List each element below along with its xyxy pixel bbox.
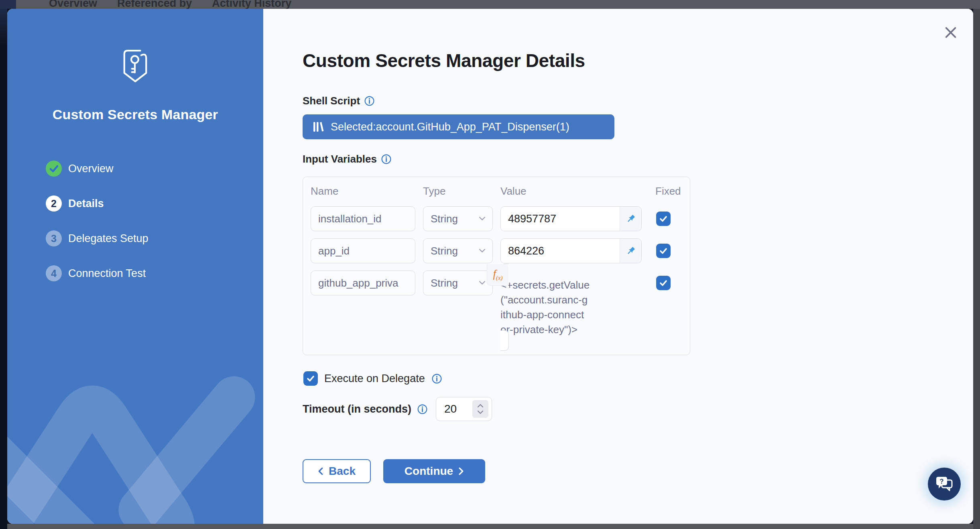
check-icon bbox=[46, 161, 62, 177]
selected-shell-script-button[interactable]: Selected:account.GitHub_App_PAT_Dispense… bbox=[303, 114, 614, 139]
variable-type-select[interactable]: String bbox=[423, 238, 493, 263]
step-label: Connection Test bbox=[68, 267, 146, 280]
variable-value-expression[interactable]: f(x) <+secrets.getValue ("account.suranc… bbox=[500, 264, 642, 351]
execute-on-delegate-checkbox[interactable] bbox=[303, 371, 318, 386]
variable-value-input[interactable] bbox=[501, 207, 620, 231]
expression-fx-icon[interactable]: f(x) bbox=[487, 264, 508, 286]
step-label: Details bbox=[68, 197, 104, 210]
column-header-value: Value bbox=[500, 185, 642, 197]
screen: Overview Referenced by Activity History bbox=[0, 0, 980, 529]
modal-content: Custom Secrets Manager Details Shell Scr… bbox=[263, 9, 973, 524]
table-row: String f(x) <+secrets.getValue bbox=[311, 271, 690, 344]
page-header-corner bbox=[0, 0, 16, 9]
step-number: 2 bbox=[46, 195, 62, 212]
custom-secrets-manager-modal: Custom Secrets Manager Overview 2 Detail… bbox=[7, 9, 973, 524]
table-row: String bbox=[311, 238, 690, 263]
info-icon[interactable] bbox=[431, 373, 442, 384]
back-button-label: Back bbox=[329, 465, 356, 478]
chevron-left-icon bbox=[318, 467, 323, 475]
background-tab-bar: Overview Referenced by Activity History bbox=[16, 0, 980, 9]
chevron-down-icon bbox=[479, 217, 485, 221]
tab-referenced-by[interactable]: Referenced by bbox=[117, 0, 192, 9]
help-chat-button[interactable]: ? bbox=[928, 468, 961, 501]
column-header-type: Type bbox=[423, 185, 493, 197]
step-number: 3 bbox=[46, 230, 62, 246]
wizard-steps: Overview 2 Details 3 Delegates Setup 4 C… bbox=[46, 161, 148, 300]
expression-line: ithub-app-connect bbox=[500, 307, 642, 322]
selected-type: String bbox=[431, 213, 458, 225]
table-row: String bbox=[311, 206, 690, 231]
step-label: Delegates Setup bbox=[68, 232, 148, 245]
input-variables-label: Input Variables bbox=[303, 153, 377, 165]
tab-overview[interactable]: Overview bbox=[49, 0, 97, 9]
dimmed-backdrop-right bbox=[973, 9, 980, 529]
chevron-down-icon bbox=[479, 281, 485, 285]
template-library-icon bbox=[312, 121, 324, 133]
step-delegates-setup[interactable]: 3 Delegates Setup bbox=[46, 230, 148, 246]
column-header-fixed: Fixed bbox=[655, 185, 678, 197]
expression-line: <+secrets.getValue bbox=[500, 278, 642, 293]
step-overview[interactable]: Overview bbox=[46, 161, 148, 177]
fixed-checkbox[interactable] bbox=[656, 276, 671, 290]
fixed-checkbox[interactable] bbox=[656, 244, 671, 258]
expression-line: ("account.suranc-g bbox=[500, 293, 642, 307]
step-details[interactable]: 2 Details bbox=[46, 195, 148, 212]
shield-key-icon bbox=[7, 49, 263, 83]
close-icon[interactable] bbox=[943, 26, 958, 40]
step-number: 4 bbox=[46, 265, 62, 281]
timeout-label: Timeout (in seconds) bbox=[303, 403, 411, 415]
wizard-title: Custom Secrets Manager bbox=[7, 107, 263, 122]
continue-button-label: Continue bbox=[405, 465, 453, 478]
stepper-up-icon[interactable] bbox=[476, 403, 485, 408]
number-stepper bbox=[472, 400, 488, 418]
selected-type: String bbox=[431, 277, 458, 289]
selected-shell-script-value: Selected:account.GitHub_App_PAT_Dispense… bbox=[331, 121, 569, 133]
variable-name-input[interactable] bbox=[311, 271, 415, 295]
execute-on-delegate-label: Execute on Delegate bbox=[324, 372, 425, 385]
step-connection-test[interactable]: 4 Connection Test bbox=[46, 265, 148, 281]
chat-question-icon: ? bbox=[935, 476, 954, 492]
timeout-input-wrap bbox=[436, 397, 492, 421]
wizard-sidebar: Custom Secrets Manager Overview 2 Detail… bbox=[7, 9, 263, 524]
info-icon[interactable] bbox=[417, 404, 428, 415]
variable-type-select[interactable]: String bbox=[423, 271, 493, 295]
step-label: Overview bbox=[68, 163, 114, 175]
shell-script-label: Shell Script bbox=[303, 95, 360, 107]
expression-line: or-private-key")> bbox=[500, 322, 642, 337]
chevron-down-icon bbox=[479, 249, 485, 253]
input-variables-table: Name Type Value Fixed String bbox=[303, 177, 690, 355]
variable-name-input[interactable] bbox=[311, 238, 415, 263]
page-left-nav-strip bbox=[0, 9, 7, 529]
info-icon[interactable] bbox=[381, 154, 392, 165]
pin-icon[interactable] bbox=[620, 207, 641, 231]
table-header: Name Type Value Fixed bbox=[311, 185, 690, 197]
harness-logo-watermark bbox=[7, 350, 263, 524]
selected-type: String bbox=[431, 245, 458, 257]
stepper-down-icon[interactable] bbox=[476, 410, 485, 415]
variable-type-select[interactable]: String bbox=[423, 206, 493, 231]
page-title: Custom Secrets Manager Details bbox=[303, 50, 973, 71]
pin-icon[interactable] bbox=[620, 239, 641, 263]
tab-activity-history[interactable]: Activity History bbox=[212, 0, 291, 9]
svg-text:?: ? bbox=[940, 478, 944, 485]
variable-name-input[interactable] bbox=[311, 206, 415, 231]
column-header-name: Name bbox=[311, 185, 415, 197]
back-button[interactable]: Back bbox=[303, 459, 371, 483]
chevron-right-icon bbox=[459, 467, 464, 475]
page-footer-strip bbox=[7, 524, 973, 529]
continue-button[interactable]: Continue bbox=[383, 459, 485, 483]
fixed-checkbox[interactable] bbox=[656, 212, 671, 226]
info-icon[interactable] bbox=[364, 96, 375, 106]
variable-value-input[interactable] bbox=[501, 239, 620, 263]
timeout-input[interactable] bbox=[436, 403, 472, 415]
